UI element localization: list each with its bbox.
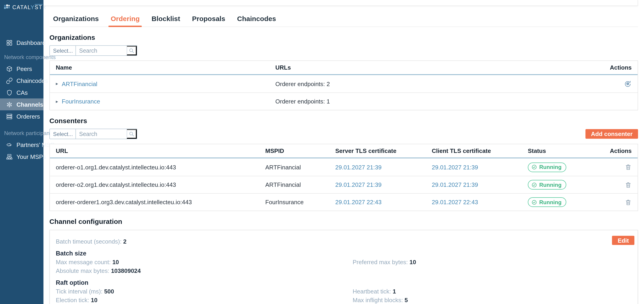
sidebar-item-label: Chaincodes	[16, 77, 48, 84]
tab-ordering[interactable]: Ordering	[111, 12, 140, 27]
search-icon	[128, 131, 134, 137]
search-icon	[128, 48, 134, 54]
organizations-filter-row: Select...	[50, 45, 638, 56]
check-circle-icon	[532, 182, 537, 187]
sidebar-item-label: Channels	[16, 101, 43, 108]
consenters-filter-select[interactable]: Select...	[50, 129, 76, 139]
add-consenter-button[interactable]: Add consenter	[586, 129, 638, 139]
servers-icon	[6, 113, 13, 120]
column-header-mspid: MSPID	[259, 147, 329, 154]
shield-icon	[6, 89, 13, 96]
tab-proposals[interactable]: Proposals	[192, 12, 225, 27]
organizations-search-button[interactable]	[127, 46, 137, 55]
organizations-filter-select[interactable]: Select...	[50, 46, 76, 55]
consenters-search-button[interactable]	[127, 129, 137, 139]
channel-config-heading: Channel configuration	[50, 217, 638, 225]
scrolled-card-edge	[44, 0, 638, 6]
server-tls-cert-link[interactable]: 29.01.2027 21:39	[335, 164, 382, 171]
org-name-cell: ▸ ARTFinancial	[50, 80, 270, 87]
organizations-table: Name URLs Actions ▸ ARTFinancial Orderer…	[50, 61, 638, 110]
server-tls-cert-link[interactable]: 29.01.2027 21:39	[335, 181, 382, 188]
catalyst-logo: CATALYST	[4, 4, 42, 11]
consenter-status-cell: Running	[522, 197, 610, 207]
consenter-url-cell: orderer-o1.org1.dev.catalyst.intellecteu…	[50, 164, 259, 171]
row-expander-icon[interactable]: ▸	[56, 82, 58, 86]
tick-interval: Tick interval (ms): 500	[56, 288, 353, 295]
column-header-url: URL	[50, 147, 259, 154]
table-row: orderer-orderer1.org3.dev.catalyst.intel…	[50, 193, 638, 211]
handshake-icon	[6, 141, 13, 148]
sidebar-item-cas[interactable]: CAs	[0, 87, 44, 98]
consenter-mspid-cell: ARTFinancial	[259, 181, 329, 188]
consenters-table: URL MSPID Server TLS certificate Client …	[50, 144, 638, 211]
election-tick: Election tick: 10	[56, 297, 353, 304]
preferred-max-bytes: Preferred max bytes: 10	[353, 259, 632, 266]
absolute-max-bytes: Absolute max bytes: 103809024	[56, 267, 632, 275]
consenters-filter-row: Select... Add consenter	[50, 129, 638, 139]
table-row: ▸ ARTFinancial Orderer endpoints: 2	[50, 75, 638, 93]
app-root: CATALYST Dashboard Network components Pe…	[0, 0, 644, 304]
channel-config-panel: Edit Batch timeout (seconds): 2 Batch si…	[50, 230, 638, 304]
sidebar-item-label: CAs	[16, 89, 28, 96]
row-expander-icon[interactable]: ▸	[56, 99, 58, 104]
sidebar-item-peers[interactable]: Peers	[0, 63, 44, 75]
column-header-status: Status	[522, 147, 610, 154]
organizations-heading: Organizations	[50, 34, 638, 41]
batch-timeout: Batch timeout (seconds): 2	[56, 238, 632, 245]
delete-consenter-button[interactable]	[625, 163, 632, 171]
status-badge: Running	[528, 162, 566, 172]
tab-chaincodes[interactable]: Chaincodes	[237, 12, 276, 27]
sidebar-item-label: Orderers	[16, 113, 40, 120]
consenter-mspid-cell: ARTFinancial	[259, 164, 329, 171]
column-header-actions: Actions	[606, 64, 638, 71]
redeploy-orderer-button[interactable]	[624, 80, 632, 88]
redeploy-icon	[624, 80, 632, 88]
org-link[interactable]: ARTFinancial	[62, 80, 98, 87]
trash-icon	[625, 198, 632, 206]
trash-icon	[625, 181, 632, 188]
tab-blocklist[interactable]: Blocklist	[152, 12, 180, 27]
consenter-status-cell: Running	[522, 180, 610, 190]
org-link[interactable]: FourInsurance	[62, 98, 100, 105]
client-tls-cert-link[interactable]: 29.01.2027 22:43	[432, 199, 478, 206]
max-message-count: Max message count: 10	[56, 259, 353, 266]
table-row: orderer-o1.org1.dev.catalyst.intellecteu…	[50, 158, 638, 176]
client-tls-cert-link[interactable]: 29.01.2027 21:39	[432, 181, 478, 188]
hub-icon	[6, 101, 13, 108]
consenter-url-cell: orderer-orderer1.org3.dev.catalyst.intel…	[50, 199, 259, 206]
client-tls-cert-link[interactable]: 29.01.2027 21:39	[432, 164, 478, 171]
sidebar-item-chaincodes[interactable]: Chaincodes	[0, 75, 44, 87]
max-inflight-blocks: Max inflight blocks: 5	[353, 297, 632, 304]
sidebar-item-label: Dashboard	[16, 39, 46, 46]
consenter-status-cell: Running	[522, 162, 610, 172]
sidebar-item-orderers[interactable]: Orderers	[0, 110, 44, 122]
sidebar-item-partners-msps[interactable]: Partners’ MSPs	[0, 139, 44, 151]
consenters-search-input[interactable]	[76, 129, 127, 139]
raft-option-heading: Raft option	[56, 279, 632, 286]
server-tls-cert-link[interactable]: 29.01.2027 22:43	[335, 199, 382, 206]
sidebar-section-network-participants: Network participants	[0, 128, 44, 139]
sidebar-item-channels[interactable]: Channels	[0, 98, 44, 110]
edit-config-button[interactable]: Edit	[612, 236, 634, 245]
chain-link-icon	[6, 77, 13, 84]
consenters-table-header: URL MSPID Server TLS certificate Client …	[50, 144, 638, 158]
dashboard-icon	[6, 39, 13, 46]
sidebar-item-your-msps[interactable]: Your MSPs	[0, 151, 44, 163]
org-actions-cell	[606, 80, 638, 88]
delete-consenter-button[interactable]	[625, 198, 632, 206]
main-content: Organizations Ordering Blocklist Proposa…	[44, 0, 644, 304]
tab-organizations[interactable]: Organizations	[53, 12, 99, 27]
logo-row: CATALYST	[0, 0, 44, 14]
organizations-search-input[interactable]	[76, 46, 127, 55]
sidebar-item-dashboard[interactable]: Dashboard	[0, 37, 44, 49]
org-urls-cell: Orderer endpoints: 1	[270, 98, 606, 105]
check-circle-icon	[532, 199, 537, 205]
org-urls-cell: Orderer endpoints: 2	[270, 80, 606, 87]
consenters-heading: Consenters	[50, 117, 638, 125]
sidebar-item-label: Peers	[16, 65, 32, 72]
org-chart-icon	[6, 153, 13, 160]
cube-icon	[6, 65, 13, 72]
batch-size-heading: Batch size	[56, 249, 632, 257]
delete-consenter-button[interactable]	[625, 181, 632, 188]
tab-bar: Organizations Ordering Blocklist Proposa…	[50, 12, 638, 27]
